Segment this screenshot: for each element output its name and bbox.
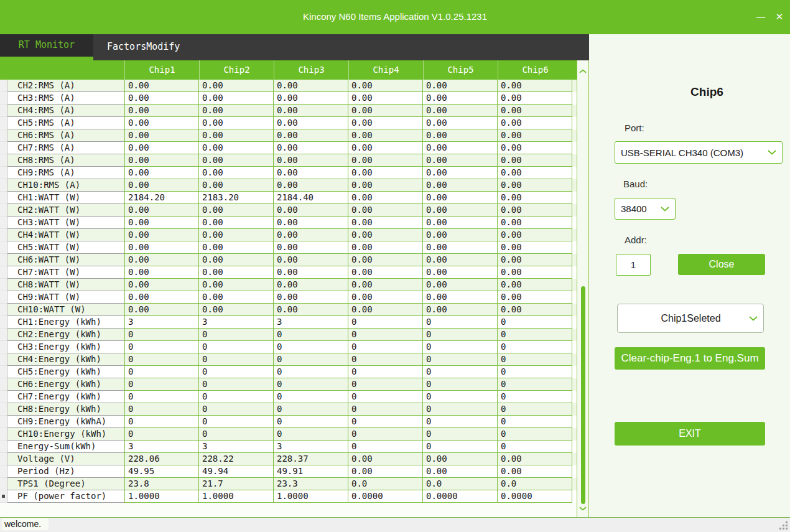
data-cell[interactable]: 3 xyxy=(274,441,348,453)
data-cell[interactable]: 0.0000 xyxy=(348,490,423,503)
data-cell[interactable]: 0.00 xyxy=(348,92,423,105)
data-cell[interactable]: 0.00 xyxy=(423,229,498,241)
table-row[interactable]: CH3:RMS (A)0.000.000.000.000.000.00 xyxy=(0,92,577,105)
data-cell[interactable]: 0 xyxy=(274,391,348,403)
data-cell[interactable]: 0.00 xyxy=(423,304,498,316)
data-cell[interactable]: 0 xyxy=(199,353,274,366)
data-cell[interactable]: 0.00 xyxy=(348,266,423,279)
data-cell[interactable]: 0 xyxy=(498,329,572,341)
column-header[interactable]: Chip3 xyxy=(274,60,348,80)
data-cell[interactable]: 0 xyxy=(498,378,572,391)
table-row[interactable]: CH4:Energy (kWh)000000 xyxy=(0,353,577,366)
data-cell[interactable]: 0.00 xyxy=(199,204,274,217)
table-row[interactable]: Period (Hz)49.9549.9449.910.000.000.00 xyxy=(0,465,577,478)
data-cell[interactable]: 0 xyxy=(199,329,274,341)
data-cell[interactable]: 0 xyxy=(423,428,498,441)
data-cell[interactable]: 0.0 xyxy=(348,478,423,490)
exit-button[interactable]: EXIT xyxy=(615,422,765,446)
data-cell[interactable]: 0.00 xyxy=(348,129,423,142)
data-cell[interactable]: 0.00 xyxy=(199,217,274,229)
row-header-gutter[interactable] xyxy=(0,478,7,490)
data-cell[interactable]: 0.00 xyxy=(498,217,572,229)
data-cell[interactable]: 0.0000 xyxy=(423,490,498,503)
data-cell[interactable]: 0 xyxy=(498,366,572,378)
data-cell[interactable]: 0.00 xyxy=(348,80,423,92)
data-cell[interactable]: 0 xyxy=(498,441,572,453)
data-cell[interactable]: 0.00 xyxy=(199,279,274,291)
table-row[interactable]: CH3:Energy (kWh)000000 xyxy=(0,341,577,353)
row-header-gutter[interactable] xyxy=(0,329,7,341)
data-cell[interactable]: 0.00 xyxy=(498,142,572,154)
data-cell[interactable]: 0.00 xyxy=(274,279,348,291)
row-header-gutter[interactable] xyxy=(0,304,7,316)
data-cell[interactable]: 0.00 xyxy=(124,304,199,316)
data-cell[interactable]: 0.00 xyxy=(199,80,274,92)
data-cell[interactable]: 0 xyxy=(124,391,199,403)
row-header-gutter[interactable] xyxy=(0,142,7,154)
row-header-gutter[interactable] xyxy=(0,403,7,416)
row-header-gutter[interactable] xyxy=(0,179,7,192)
data-cell[interactable]: 0.00 xyxy=(274,204,348,217)
data-cell[interactable]: 0.00 xyxy=(274,117,348,129)
data-cell[interactable]: 0.00 xyxy=(348,291,423,304)
data-cell[interactable]: 0.00 xyxy=(124,229,199,241)
data-cell[interactable]: 0.00 xyxy=(274,92,348,105)
data-cell[interactable]: 0 xyxy=(423,416,498,428)
port-select[interactable]: USB-SERIAL CH340 (COM3) xyxy=(615,141,783,164)
data-cell[interactable]: 0.00 xyxy=(348,154,423,167)
data-cell[interactable]: 2183.20 xyxy=(199,192,274,204)
data-cell[interactable]: 0.00 xyxy=(348,105,423,117)
tab-rt-monitor[interactable]: RT Monitor xyxy=(0,34,93,60)
table-row[interactable]: TPS1 (Degree)23.821.723.30.00.00.0 xyxy=(0,478,577,490)
data-cell[interactable]: 0.00 xyxy=(274,167,348,179)
data-cell[interactable]: 0 xyxy=(348,416,423,428)
data-cell[interactable]: 0.00 xyxy=(348,217,423,229)
table-row[interactable]: CH7:Energy (kWh)000000 xyxy=(0,391,577,403)
data-cell[interactable]: 0 xyxy=(274,329,348,341)
data-cell[interactable]: 0 xyxy=(423,316,498,329)
data-cell[interactable]: 0.00 xyxy=(348,465,423,478)
data-cell[interactable]: 0.00 xyxy=(348,254,423,266)
data-cell[interactable]: 0.00 xyxy=(274,254,348,266)
data-cell[interactable]: 0.00 xyxy=(348,453,423,465)
scrollbar-thumb[interactable] xyxy=(581,286,585,504)
row-header-gutter[interactable] xyxy=(0,217,7,229)
data-cell[interactable]: 0.00 xyxy=(348,142,423,154)
data-cell[interactable]: 0.00 xyxy=(199,105,274,117)
table-row[interactable]: CH2:Energy (kWh)000000 xyxy=(0,329,577,341)
data-cell[interactable]: 0 xyxy=(348,428,423,441)
data-cell[interactable]: 21.7 xyxy=(199,478,274,490)
data-cell[interactable]: 0.00 xyxy=(348,192,423,204)
data-cell[interactable]: 0.00 xyxy=(199,129,274,142)
data-cell[interactable]: 0 xyxy=(274,416,348,428)
data-cell[interactable]: 0 xyxy=(274,378,348,391)
data-cell[interactable]: 0.00 xyxy=(274,129,348,142)
data-cell[interactable]: 1.0000 xyxy=(199,490,274,503)
data-cell[interactable]: 0.00 xyxy=(498,154,572,167)
row-header-gutter[interactable] xyxy=(0,391,7,403)
row-header-gutter[interactable] xyxy=(0,279,7,291)
row-header-gutter[interactable] xyxy=(0,341,7,353)
data-cell[interactable]: 0 xyxy=(348,341,423,353)
data-cell[interactable]: 0.00 xyxy=(423,167,498,179)
data-cell[interactable]: 0.00 xyxy=(423,465,498,478)
data-cell[interactable]: 0 xyxy=(348,316,423,329)
data-cell[interactable]: 0 xyxy=(124,403,199,416)
data-cell[interactable]: 0.00 xyxy=(199,92,274,105)
data-cell[interactable]: 0.00 xyxy=(498,105,572,117)
data-cell[interactable]: 3 xyxy=(199,441,274,453)
column-header[interactable]: Chip1 xyxy=(124,60,199,80)
row-header-gutter[interactable] xyxy=(0,105,7,117)
row-header-gutter[interactable] xyxy=(0,192,7,204)
data-cell[interactable]: 0 xyxy=(498,341,572,353)
data-cell[interactable]: 0.00 xyxy=(199,241,274,254)
data-cell[interactable]: 0.00 xyxy=(423,192,498,204)
data-cell[interactable]: 0 xyxy=(498,316,572,329)
data-cell[interactable]: 0.00 xyxy=(199,179,274,192)
data-cell[interactable]: 0.00 xyxy=(498,465,572,478)
data-cell[interactable]: 0.00 xyxy=(423,204,498,217)
data-cell[interactable]: 0.00 xyxy=(423,266,498,279)
table-row[interactable]: CH10:Energy (kWh)000000 xyxy=(0,428,577,441)
data-cell[interactable]: 0.00 xyxy=(274,266,348,279)
table-row[interactable]: CH5:RMS (A)0.000.000.000.000.000.00 xyxy=(0,117,577,129)
